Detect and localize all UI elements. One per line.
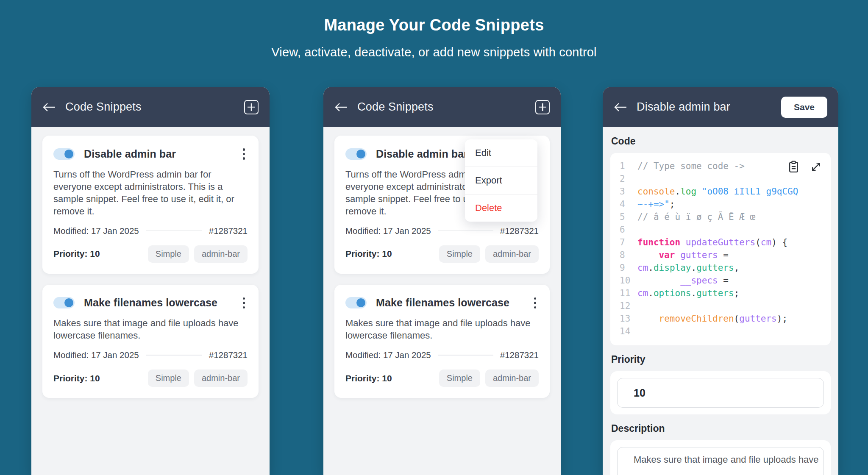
code-line: 13 removeChildren(gutters); [610, 312, 826, 325]
line-number: 12 [610, 300, 637, 312]
priority-label: Priority: 10 [53, 249, 100, 259]
copy-clipboard-icon[interactable] [788, 161, 799, 173]
code-line: 14 [610, 325, 826, 338]
meta-divider [146, 355, 202, 356]
save-button[interactable]: Save [781, 97, 827, 118]
code-line: 6 [610, 223, 826, 236]
line-number: 9 [610, 261, 637, 274]
code-line: 3console.log "oO08 iIlL1 g9qCGQ [610, 185, 826, 198]
menu-item-delete[interactable]: Delete [465, 194, 537, 222]
menu-item-edit[interactable]: Edit [465, 139, 537, 167]
snippet-card: Make filenames lowercase Makes sure that… [42, 285, 259, 398]
code-text: __specs = [637, 274, 826, 287]
code-text [637, 325, 826, 338]
code-line: 2 [610, 172, 826, 185]
kebab-menu-icon[interactable] [531, 296, 539, 311]
toggle-knob-icon [356, 150, 365, 158]
tag-list: Simple admin-bar [439, 245, 539, 263]
back-arrow-icon[interactable] [614, 102, 627, 113]
toggle-knob-icon [64, 298, 73, 307]
app-bar: Code Snippets [323, 87, 561, 127]
snippet-card: Make filenames lowercase Makes sure that… [334, 285, 550, 398]
code-line: 7function updateGutters(cm) { [610, 236, 826, 249]
code-line: 8 var gutters = [610, 249, 826, 261]
priority-input[interactable]: 10 [617, 378, 824, 408]
priority-row: Priority: 10 Simple admin-bar [53, 245, 248, 263]
tag: admin-bar [194, 245, 248, 263]
code-text [637, 172, 826, 185]
priority-section-label: Priority [611, 354, 830, 365]
snippet-toggle[interactable] [53, 297, 75, 308]
modified-date: Modified: 17 Jan 2025 [53, 350, 139, 360]
kebab-menu-icon[interactable] [240, 296, 248, 311]
priority-row: Priority: 10 Simple admin-bar [345, 245, 539, 263]
toggle-knob-icon [64, 150, 73, 158]
line-number: 2 [610, 172, 637, 185]
tag: admin-bar [485, 369, 539, 387]
menu-item-export[interactable]: Export [465, 167, 537, 194]
meta-divider [146, 231, 202, 231]
line-number: 7 [610, 236, 637, 249]
tag: Simple [439, 245, 480, 263]
snippet-list-screen: Code Snippets Disable admin bar Turns of… [31, 87, 270, 475]
meta-row: Modified: 17 Jan 2025 #1287321 [53, 350, 248, 360]
line-number: 10 [610, 274, 637, 287]
code-line: 4~-+=>"; [610, 198, 826, 211]
snippet-title: Disable admin bar [84, 148, 176, 160]
app-bar: Code Snippets [31, 87, 270, 127]
meta-row: Modified: 17 Jan 2025 #1287321 [53, 226, 248, 236]
priority-row: Priority: 10 Simple admin-bar [345, 369, 539, 387]
back-arrow-icon[interactable] [334, 102, 348, 113]
tag: admin-bar [194, 369, 248, 387]
expand-fullscreen-icon[interactable] [811, 161, 821, 172]
description-input[interactable]: Makes sure that image and file uploads h… [617, 447, 824, 475]
snippet-title: Make filenames lowercase [376, 297, 509, 309]
snippet-id: #1287321 [500, 226, 539, 236]
add-snippet-button[interactable] [244, 100, 259, 114]
snippet-toggle[interactable] [345, 148, 367, 160]
priority-row: Priority: 10 Simple admin-bar [53, 369, 248, 387]
add-snippet-button[interactable] [535, 100, 550, 114]
code-toolbar [788, 161, 821, 173]
code-text: function updateGutters(cm) { [637, 236, 826, 249]
modified-date: Modified: 17 Jan 2025 [53, 226, 139, 236]
priority-label: Priority: 10 [345, 373, 392, 383]
line-number: 11 [610, 287, 637, 300]
toggle-knob-icon [356, 298, 365, 307]
snippet-id: #1287321 [209, 350, 248, 360]
line-number: 13 [610, 312, 637, 325]
line-number: 6 [610, 223, 637, 236]
code-editor-lines: 1// Type some code ->23console.log "oO08… [610, 160, 826, 338]
back-arrow-icon[interactable] [42, 102, 56, 113]
priority-label: Priority: 10 [53, 373, 100, 383]
code-editor[interactable]: 1// Type some code ->23console.log "oO08… [610, 153, 831, 345]
line-number: 14 [610, 325, 637, 338]
line-number: 1 [610, 160, 637, 172]
code-line: 12 [610, 300, 826, 312]
code-text: cm.display.gutters, [637, 261, 826, 274]
kebab-menu-icon[interactable] [240, 147, 248, 161]
hero-heading: Manage Your Code Snippets View, activate… [0, 16, 868, 59]
description-field-card: Makes sure that image and file uploads h… [610, 440, 831, 475]
code-line: 10 __specs = [610, 274, 826, 287]
snippet-title: Disable admin bar [376, 148, 468, 160]
line-number: 5 [610, 211, 637, 223]
code-text: console.log "oO08 iIlL1 g9qCGQ [637, 185, 826, 198]
tag: Simple [148, 245, 189, 263]
line-number: 4 [610, 198, 637, 211]
code-text: ~-+=>"; [637, 198, 826, 211]
description-section-label: Description [611, 423, 830, 434]
tag: Simple [439, 369, 480, 387]
page-subtitle: View, activate, deactivate, or add new s… [0, 45, 868, 59]
snippet-id: #1287321 [209, 226, 248, 236]
snippet-toggle[interactable] [345, 297, 367, 308]
code-text [637, 300, 826, 312]
meta-row: Modified: 17 Jan 2025 #1287321 [345, 350, 539, 360]
priority-field-card: 10 [610, 371, 831, 414]
code-line: 5// â é ù ï ø ç Ã Ē Æ œ [610, 211, 826, 223]
code-line: 11cm.options.gutters; [610, 287, 826, 300]
snippet-list-screen-with-menu: Code Snippets Disable admin bar Turns of… [323, 87, 561, 475]
snippet-description: Makes sure that image and file uploads h… [345, 317, 539, 342]
snippet-toggle[interactable] [53, 148, 75, 160]
code-text: var gutters = [637, 249, 826, 261]
